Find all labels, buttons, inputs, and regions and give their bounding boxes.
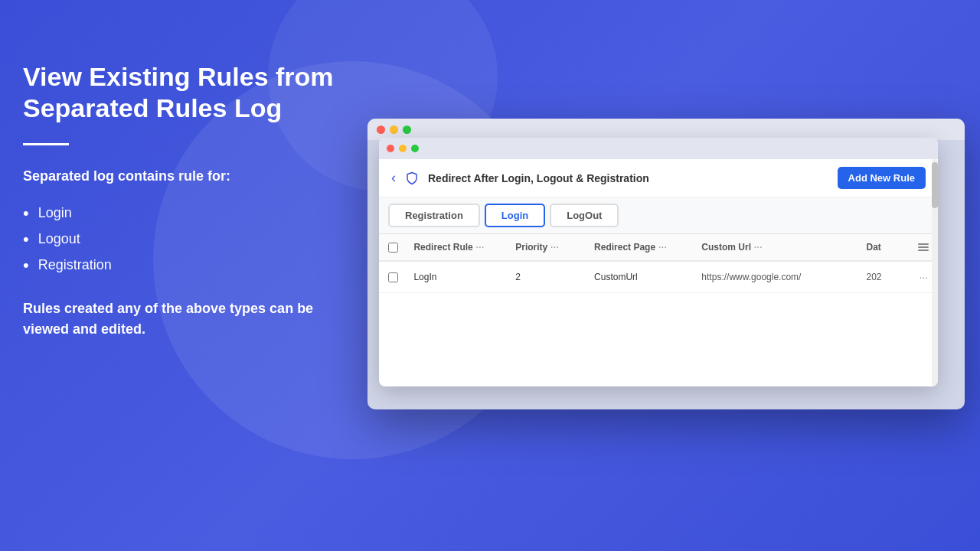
inner-dot-green <box>411 145 419 152</box>
td-priority: 2 <box>515 272 594 282</box>
table-menu-icon[interactable] <box>918 243 929 251</box>
left-panel: View Existing Rules from Separated Rules… <box>0 0 383 551</box>
browser-window-outer: ‹ Redirect After Login, Logout & Registr… <box>368 119 965 409</box>
th-priority: Priority ··· <box>515 242 594 253</box>
shield-icon <box>403 170 420 187</box>
outer-dot-green <box>403 126 411 134</box>
th-priority-sort-icon: ··· <box>550 243 559 252</box>
td-date: 202 <box>866 272 909 282</box>
app-header-left: ‹ Redirect After Login, Logout & Registr… <box>391 170 649 187</box>
th-custom-url-sort-icon: ··· <box>754 243 763 252</box>
tab-registration[interactable]: Registration <box>388 204 480 227</box>
background: View Existing Rules from Separated Rules… <box>0 0 980 551</box>
browser-window-inner: ‹ Redirect After Login, Logout & Registr… <box>379 138 938 386</box>
title-divider <box>23 143 69 145</box>
menu-line-1 <box>918 243 929 245</box>
inner-dot-yellow <box>399 145 407 152</box>
row-menu-button[interactable]: ··· <box>915 269 932 285</box>
back-button[interactable]: ‹ <box>391 170 396 186</box>
td-redirect-page: CustomUrl <box>594 272 701 282</box>
td-custom-url: https://www.google.com/ <box>701 272 866 282</box>
footer-text: Rules created any of the above types can… <box>23 298 345 340</box>
rules-table: Redirect Rule ··· Priority ··· Redirect … <box>379 234 938 293</box>
th-date: Dat <box>866 242 909 253</box>
list-item-logout: Logout <box>23 230 345 249</box>
bullet-list: Login Logout Registration <box>23 204 345 276</box>
scrollbar-track[interactable] <box>932 159 938 386</box>
menu-line-2 <box>918 246 929 248</box>
tab-login[interactable]: Login <box>485 204 545 227</box>
menu-line-3 <box>918 249 929 251</box>
subtitle: Separated log contains rule for: <box>23 168 345 184</box>
th-redirect-rule-sort-icon: ··· <box>476 243 485 252</box>
list-item-login: Login <box>23 204 345 223</box>
table-row: LogIn 2 CustomUrl https://www.google.com… <box>379 262 938 293</box>
th-custom-url: Custom Url ··· <box>701 242 866 253</box>
th-redirect-page: Redirect Page ··· <box>594 242 701 253</box>
app-title: Redirect After Login, Logout & Registrat… <box>428 172 649 184</box>
inner-topbar <box>379 138 938 159</box>
list-item-registration: Registration <box>23 256 345 276</box>
inner-dot-red <box>387 145 394 152</box>
outer-dot-yellow <box>390 126 398 134</box>
app-header: ‹ Redirect After Login, Logout & Registr… <box>379 159 938 197</box>
main-title: View Existing Rules from Separated Rules… <box>23 61 345 124</box>
select-all-checkbox[interactable] <box>388 243 398 253</box>
table-header: Redirect Rule ··· Priority ··· Redirect … <box>379 234 938 262</box>
tab-logout[interactable]: LogOut <box>550 204 619 227</box>
td-redirect-rule: LogIn <box>407 272 515 282</box>
scrollbar-thumb[interactable] <box>932 162 938 208</box>
tabs-bar: Registration Login LogOut <box>379 197 938 234</box>
th-redirect-rule: Redirect Rule ··· <box>407 242 515 253</box>
th-checkbox <box>379 243 407 253</box>
outer-topbar <box>368 119 965 140</box>
outer-dot-red <box>377 126 385 134</box>
add-new-rule-button[interactable]: Add New Rule <box>838 167 926 189</box>
row-checkbox[interactable] <box>388 272 398 282</box>
td-checkbox <box>379 272 407 282</box>
th-redirect-page-sort-icon: ··· <box>658 243 667 252</box>
